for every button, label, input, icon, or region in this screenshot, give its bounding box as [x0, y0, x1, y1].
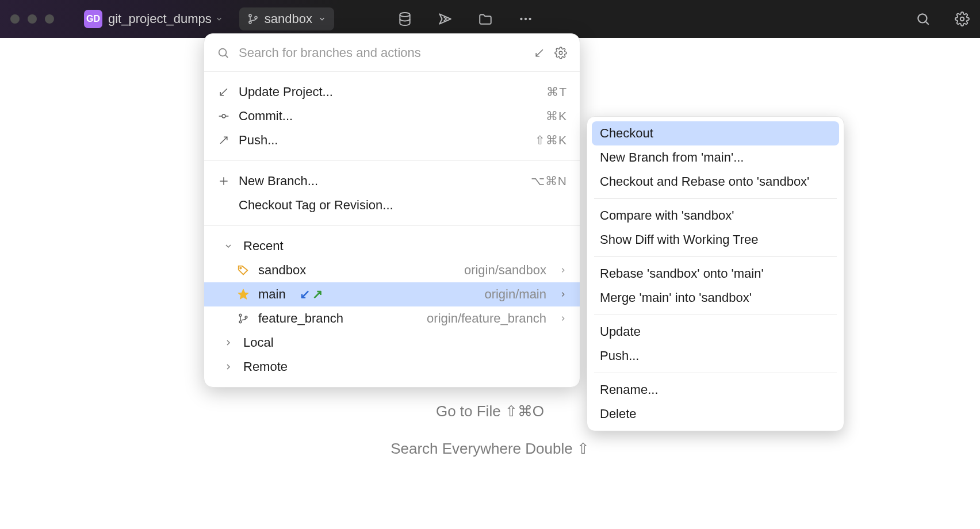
menu-item-new-branch-from[interactable]: New Branch from 'main'...	[592, 145, 839, 170]
branch-item-main[interactable]: main ↙↗ origin/main	[204, 282, 580, 306]
branch-name: main	[258, 287, 286, 302]
svg-point-14	[559, 51, 562, 55]
menu-item-show-diff[interactable]: Show Diff with Working Tree	[592, 228, 839, 252]
svg-point-10	[960, 17, 964, 21]
menu-item-compare[interactable]: Compare with 'sandbox'	[592, 204, 839, 228]
new-branch-action[interactable]: New Branch... ⌥⌘N	[204, 169, 580, 193]
group-label: Remote	[243, 359, 567, 374]
svg-point-3	[400, 13, 409, 17]
window-traffic-lights	[10, 14, 54, 24]
branch-icon	[247, 13, 259, 25]
push-action[interactable]: Push... ⇧⌘K	[204, 128, 580, 152]
svg-line-15	[220, 89, 227, 95]
menu-item-update[interactable]: Update	[592, 320, 839, 344]
action-label: Checkout Tag or Revision...	[239, 198, 567, 213]
branch-name: sandbox	[265, 12, 312, 26]
svg-point-5	[520, 18, 522, 20]
svg-marker-4	[439, 14, 451, 24]
checkout-tag-action[interactable]: Checkout Tag or Revision...	[204, 193, 580, 217]
branch-tracking-label: origin/main	[484, 287, 546, 302]
menu-item-merge[interactable]: Merge 'main' into 'sandbox'	[592, 286, 839, 310]
action-label: Commit...	[239, 109, 538, 124]
database-icon[interactable]	[397, 12, 412, 26]
action-label: Update Project...	[239, 85, 538, 99]
fullscreen-window-icon[interactable]	[45, 14, 54, 24]
close-window-icon[interactable]	[10, 14, 20, 24]
action-shortcut: ⇧⌘K	[535, 133, 567, 147]
search-icon	[217, 47, 229, 59]
chevron-right-icon	[221, 362, 235, 371]
chevron-down-icon	[221, 241, 235, 251]
update-project-action[interactable]: Update Project... ⌘T	[204, 80, 580, 104]
titlebar-center-tools	[397, 12, 533, 26]
menu-item-delete[interactable]: Delete	[592, 402, 839, 426]
git-actions-section: Update Project... ⌘T Commit... ⌘K Push..…	[204, 72, 580, 160]
remote-group[interactable]: Remote	[204, 355, 580, 379]
menu-item-push[interactable]: Push...	[592, 344, 839, 368]
svg-line-13	[536, 49, 543, 56]
menu-item-label: Merge 'main' into 'sandbox'	[600, 290, 752, 305]
svg-marker-23	[238, 289, 248, 299]
branch-context-submenu: Checkout New Branch from 'main'... Check…	[587, 116, 844, 431]
svg-point-24	[239, 314, 242, 316]
git-branches-popup: Update Project... ⌘T Commit... ⌘K Push..…	[204, 33, 580, 388]
menu-item-label: Checkout	[600, 126, 653, 141]
fetch-icon[interactable]	[534, 47, 545, 59]
action-label: Push...	[239, 133, 527, 148]
branch-search-input[interactable]	[239, 45, 525, 60]
divider	[594, 198, 837, 199]
menu-item-checkout[interactable]: Checkout	[592, 121, 839, 145]
project-name-button[interactable]: git_project_dumps	[108, 12, 212, 26]
branch-item-feature[interactable]: feature_branch origin/feature_branch	[204, 306, 580, 331]
menu-item-label: Rename...	[600, 382, 659, 397]
more-icon[interactable]	[518, 12, 533, 26]
branch-name: feature_branch	[258, 311, 419, 326]
minimize-window-icon[interactable]	[28, 14, 37, 24]
action-shortcut: ⌘T	[546, 85, 567, 99]
svg-point-2	[255, 17, 257, 19]
chevron-right-icon	[559, 266, 567, 274]
group-label: Local	[243, 335, 567, 350]
svg-point-16	[222, 114, 225, 118]
menu-item-label: New Branch from 'main'...	[600, 150, 744, 165]
menu-item-label: Rebase 'sandbox' onto 'main'	[600, 266, 764, 281]
chevron-right-icon	[559, 315, 567, 323]
svg-point-8	[918, 14, 927, 22]
commit-action[interactable]: Commit... ⌘K	[204, 104, 580, 128]
menu-item-checkout-rebase[interactable]: Checkout and Rebase onto 'sandbox'	[592, 170, 839, 194]
svg-line-19	[220, 137, 227, 144]
push-icon	[217, 135, 231, 146]
settings-gear-icon[interactable]	[955, 12, 970, 26]
action-shortcut: ⌥⌘N	[531, 174, 567, 188]
gear-icon[interactable]	[554, 47, 567, 59]
vcs-branch-widget[interactable]: sandbox	[239, 7, 334, 30]
folder-icon[interactable]	[478, 12, 493, 26]
svg-point-1	[249, 21, 251, 24]
branch-item-sandbox[interactable]: sandbox origin/sandbox	[204, 258, 580, 282]
chevron-down-icon[interactable]	[215, 15, 223, 23]
branch-tracking-label: origin/feature_branch	[427, 311, 546, 326]
menu-item-rebase[interactable]: Rebase 'sandbox' onto 'main'	[592, 262, 839, 286]
divider	[594, 256, 837, 257]
svg-point-26	[245, 316, 247, 319]
branches-tree-section: Recent sandbox origin/sandbox main ↙↗ or…	[204, 226, 580, 387]
local-group[interactable]: Local	[204, 331, 580, 355]
incoming-outgoing-icon: ↙↗	[300, 287, 323, 302]
svg-point-25	[239, 321, 242, 323]
run-icon[interactable]	[438, 12, 453, 26]
chevron-down-icon	[318, 15, 326, 23]
recent-group[interactable]: Recent	[204, 234, 580, 258]
menu-item-label: Push...	[600, 348, 639, 363]
branch-icon	[236, 313, 250, 324]
search-icon[interactable]	[916, 12, 931, 26]
project-badge: GD	[84, 10, 102, 28]
star-icon	[236, 288, 250, 301]
svg-point-6	[525, 18, 527, 20]
branch-mgmt-section: New Branch... ⌥⌘N Checkout Tag or Revisi…	[204, 161, 580, 225]
svg-point-7	[529, 18, 531, 20]
svg-point-11	[219, 48, 227, 56]
menu-item-rename[interactable]: Rename...	[592, 378, 839, 402]
divider	[594, 315, 837, 315]
titlebar: GD git_project_dumps sandbox	[0, 0, 980, 38]
branch-name: sandbox	[258, 263, 456, 278]
